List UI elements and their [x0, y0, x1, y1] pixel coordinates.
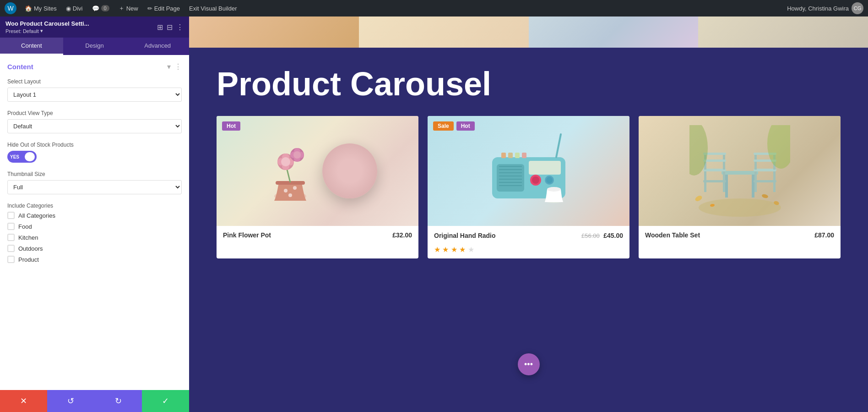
divi-label: Divi [73, 5, 83, 12]
tab-content[interactable]: Content [0, 38, 63, 55]
exit-builder-link[interactable]: Exit Visual Builder [185, 4, 241, 13]
my-sites-link[interactable]: 🏠 My Sites [21, 4, 60, 13]
avatar[interactable]: CG [852, 2, 863, 14]
svg-rect-40 [725, 175, 728, 198]
toggle-knob [25, 152, 35, 161]
flower-pot-svg [258, 137, 322, 205]
divi-link[interactable]: ◉ Divi [62, 4, 87, 13]
product-image-wrapper-1: Hot [217, 116, 418, 226]
thumbnail-size-label: Thumbnail Size [7, 171, 182, 177]
svg-rect-50 [754, 169, 776, 171]
wordpress-icon[interactable]: W [5, 2, 16, 14]
undo-button[interactable]: ↺ [47, 390, 94, 412]
product-name-3: Wooden Table Set [645, 231, 700, 239]
strip-image-2 [359, 16, 529, 48]
product-price-3: £87.00 [814, 231, 834, 239]
product-view-field: Product View Type Default Grid List [7, 110, 182, 133]
svg-point-37 [547, 187, 561, 192]
product-image-3 [639, 116, 841, 226]
svg-rect-42 [703, 169, 726, 171]
svg-point-2 [284, 189, 288, 192]
panel-title: Woo Product Carousel Setti... [5, 20, 89, 27]
svg-rect-34 [515, 153, 520, 158]
category-list: All Categories Food Kitchen Outdoors [7, 212, 182, 263]
layout-icon[interactable]: ⊟ [167, 23, 173, 32]
category-checkbox-kitchen[interactable] [7, 234, 15, 241]
user-greeting: Howdy, Christina Gwira [787, 5, 849, 12]
more-icon[interactable]: ⋮ [176, 23, 184, 32]
product-card-1: Hot Pink Flower Pot £32.00 [217, 116, 418, 258]
category-item-outdoors[interactable]: Outdoors [7, 245, 182, 252]
products-grid: Hot Pink Flower Pot £32.00 [217, 116, 841, 258]
admin-bar: W 🏠 My Sites ◉ Divi 💬 0 ＋ New ✏ Edit Pag… [0, 0, 868, 16]
collapse-icon[interactable]: ▾ [167, 62, 171, 71]
hide-out-of-stock-field: Hide Out of Stock Products YES [7, 142, 182, 163]
thumbnail-size-field: Thumbnail Size Full Medium Small [7, 171, 182, 194]
product-stars-2: ★ ★ ★ ★ ★ [428, 245, 629, 258]
product-image-2 [428, 116, 629, 226]
svg-rect-45 [703, 180, 726, 182]
floating-dots-button[interactable]: ••• [518, 353, 540, 375]
svg-rect-41 [752, 175, 754, 198]
cancel-icon: ✕ [20, 396, 27, 406]
product-view-dropdown[interactable]: Default Grid List [7, 119, 182, 133]
category-item-kitchen[interactable]: Kitchen [7, 234, 182, 241]
panel-header: Woo Product Carousel Setti... Preset: De… [0, 16, 189, 38]
svg-point-38 [699, 198, 781, 217]
divi-icon: ◉ [66, 5, 71, 12]
star-3: ★ [451, 246, 457, 253]
category-label-all: All Categories [18, 212, 55, 219]
select-layout-dropdown[interactable]: Layout 1 Layout 2 Layout 3 [7, 88, 182, 102]
badge-sale-2: Sale [433, 121, 454, 131]
comments-link[interactable]: 💬 0 [88, 4, 113, 13]
edit-page-link[interactable]: ✏ Edit Page [144, 4, 184, 13]
thumbnail-size-dropdown[interactable]: Full Medium Small [7, 180, 182, 194]
category-item-all[interactable]: All Categories [7, 212, 182, 219]
category-item-food[interactable]: Food [7, 223, 182, 230]
badge-hot-1: Hot [222, 121, 240, 131]
badge-hot-2: Hot [456, 121, 475, 131]
comment-count: 0 [101, 5, 109, 11]
svg-point-63 [767, 125, 790, 169]
carousel-content: Product Carousel [189, 48, 868, 277]
strip-image-1 [189, 16, 359, 48]
house-icon: 🏠 [25, 5, 32, 12]
svg-rect-26 [529, 161, 561, 175]
product-price-2: £56.00 £45.00 [581, 231, 623, 240]
category-checkbox-food[interactable] [7, 223, 15, 230]
settings-panel: Woo Product Carousel Setti... Preset: De… [0, 16, 189, 412]
strip-image-4 [698, 16, 868, 48]
category-label-kitchen: Kitchen [18, 234, 38, 241]
preview-area: Product Carousel [189, 16, 868, 412]
product-price-old-2: £56.00 [581, 232, 600, 239]
category-item-product[interactable]: Product [7, 256, 182, 263]
svg-point-61 [761, 194, 769, 199]
tab-design[interactable]: Design [63, 38, 126, 55]
svg-line-31 [556, 134, 561, 157]
bottom-bar: ✕ ↺ ↻ ✓ [0, 390, 189, 412]
pencil-icon: ✏ [147, 5, 152, 12]
image-strip [189, 16, 868, 48]
settings-more-icon[interactable]: ⋮ [174, 62, 182, 71]
user-section: Howdy, Christina Gwira CG [787, 2, 863, 14]
undo-icon: ↺ [67, 396, 74, 406]
category-checkbox-outdoors[interactable] [7, 245, 15, 252]
dots-icon: ••• [524, 360, 533, 369]
save-button[interactable]: ✓ [142, 390, 189, 412]
window-icon[interactable]: ⊞ [157, 23, 163, 32]
preset-label[interactable]: Preset: Default ▾ [5, 28, 89, 34]
svg-point-28 [532, 176, 539, 184]
product-name-2: Original Hand Radio [434, 232, 496, 239]
redo-button[interactable]: ↻ [95, 390, 142, 412]
new-link[interactable]: ＋ New [115, 3, 142, 13]
product-info-2: Original Hand Radio £56.00 £45.00 [428, 226, 629, 245]
svg-point-30 [546, 177, 553, 183]
cancel-button[interactable]: ✕ [0, 390, 47, 412]
hide-out-of-stock-toggle[interactable]: YES [7, 151, 37, 163]
category-checkbox-product[interactable] [7, 256, 15, 263]
product-view-label: Product View Type [7, 110, 182, 116]
category-label-outdoors: Outdoors [18, 245, 43, 252]
tab-advanced[interactable]: Advanced [126, 38, 189, 55]
category-checkbox-all[interactable] [7, 212, 15, 219]
exit-label: Exit Visual Builder [189, 5, 237, 12]
